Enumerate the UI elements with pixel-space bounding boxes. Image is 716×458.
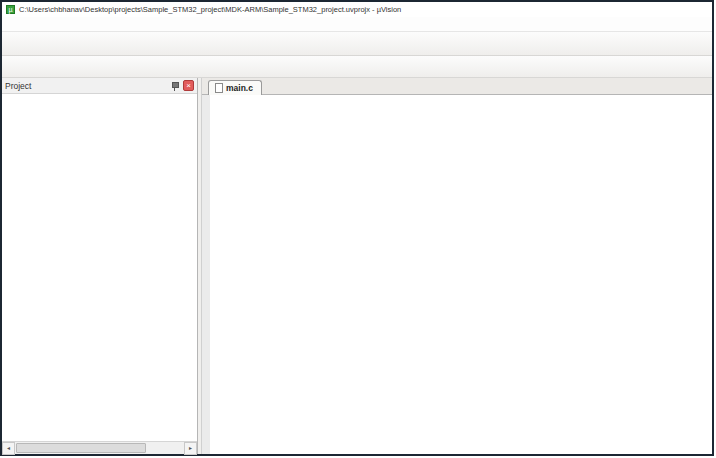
uvision-app-icon: µ [6, 5, 15, 14]
menu-bar [2, 17, 712, 32]
editor-tab-bar: main.c [202, 78, 712, 95]
editor-pane: main.c [201, 78, 712, 454]
scrollbar-track[interactable] [15, 442, 184, 455]
scroll-left-button[interactable]: ◂ [2, 442, 15, 455]
uvision-window: µ C:\Users\chbhanav\Desktop\projects\Sam… [0, 0, 714, 456]
file-toolbar [2, 32, 712, 56]
tab-label: main.c [226, 83, 253, 93]
scrollbar-thumb[interactable] [16, 443, 146, 453]
tab-main-c[interactable]: main.c [208, 80, 262, 95]
main-area: Project × ◂ ▸ main.c [2, 78, 712, 454]
window-title: C:\Users\chbhanav\Desktop\projects\Sampl… [19, 5, 401, 14]
close-panel-button[interactable]: × [183, 80, 194, 91]
project-panel-header: Project × [2, 78, 197, 94]
project-panel: Project × ◂ ▸ [2, 78, 198, 454]
scroll-right-button[interactable]: ▸ [184, 442, 197, 455]
project-panel-title: Project [5, 81, 170, 91]
pin-icon[interactable] [170, 81, 180, 91]
project-horizontal-scrollbar[interactable]: ◂ ▸ [2, 441, 197, 454]
project-tree [2, 94, 197, 441]
title-bar: µ C:\Users\chbhanav\Desktop\projects\Sam… [2, 2, 712, 17]
build-toolbar [2, 56, 712, 78]
file-icon [215, 83, 223, 93]
code-editor[interactable] [202, 95, 712, 454]
